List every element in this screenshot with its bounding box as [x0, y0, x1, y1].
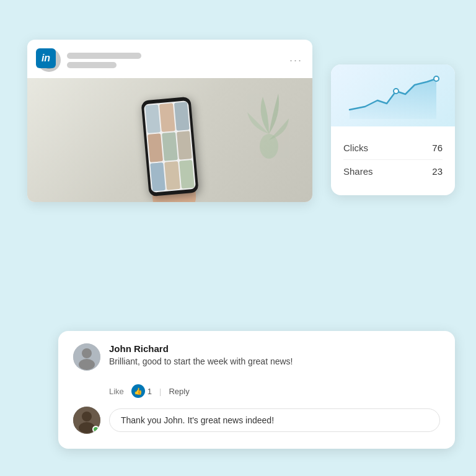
shares-stat-row: Shares 23 — [343, 160, 443, 183]
phone-screen — [144, 100, 196, 193]
phone-mockup — [141, 96, 198, 196]
comment-actions: Like 👍 1 | Reply — [73, 379, 440, 407]
reply-area: Thank you John. It's great news indeed! — [73, 407, 440, 434]
clicks-stat-row: Clicks 76 — [343, 136, 443, 160]
clicks-value: 76 — [432, 143, 443, 153]
thumbs-up-icon: 👍 — [131, 384, 145, 398]
main-scene: in ··· — [15, 27, 461, 449]
commenter-info: John Richard Brilliant, good to start th… — [109, 343, 440, 366]
chart-area — [331, 64, 455, 126]
action-divider: | — [159, 387, 161, 396]
commenter-name: John Richard — [109, 343, 440, 354]
shares-label: Shares — [343, 166, 373, 177]
svg-point-4 — [434, 76, 439, 81]
like-count: 1 — [148, 387, 152, 396]
analytics-card: Clicks 76 Shares 23 — [331, 64, 455, 195]
commenter-avatar — [73, 343, 100, 371]
commenter-avatar-silhouette — [73, 343, 100, 371]
commenter-text: Brilliant, good to start the week with g… — [109, 356, 440, 366]
comment-header: John Richard Brilliant, good to start th… — [73, 343, 440, 371]
comment-card: John Richard Brilliant, good to start th… — [58, 331, 455, 449]
linkedin-post-card: in ··· — [27, 40, 312, 202]
post-options-menu[interactable]: ··· — [289, 54, 302, 67]
post-header: ··· — [27, 40, 312, 78]
clicks-label: Clicks — [343, 143, 368, 153]
linkedin-icon: in — [36, 48, 56, 68]
svg-point-2 — [260, 134, 278, 159]
svg-point-3 — [394, 89, 399, 94]
like-action-label[interactable]: Like — [109, 387, 124, 396]
shares-value: 23 — [432, 166, 443, 177]
phone-body — [141, 96, 198, 196]
reply-input[interactable]: Thank you John. It's great news indeed! — [109, 408, 440, 432]
like-button[interactable]: 👍 1 — [131, 384, 152, 398]
online-status-dot — [92, 426, 99, 433]
reply-action-label[interactable]: Reply — [169, 387, 189, 396]
line-chart — [343, 73, 443, 119]
svg-point-6 — [82, 348, 92, 358]
plant-decoration-icon — [244, 84, 294, 159]
author-name-placeholder — [67, 53, 141, 68]
reply-user-avatar — [73, 407, 100, 434]
svg-point-9 — [82, 412, 92, 421]
svg-point-7 — [79, 359, 95, 370]
post-image — [27, 78, 312, 202]
analytics-stats: Clicks 76 Shares 23 — [331, 126, 455, 183]
reply-text: Thank you John. It's great news indeed! — [121, 415, 274, 425]
